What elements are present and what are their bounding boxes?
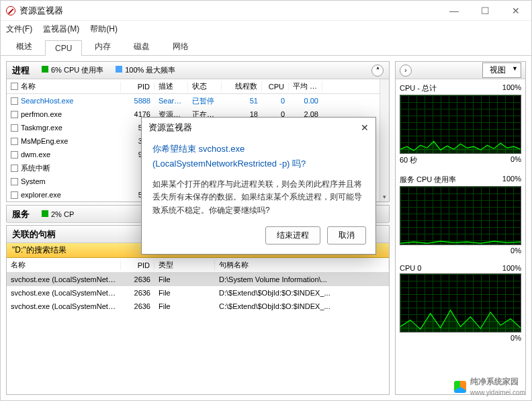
chart-block: CPU - 总计100%60 秒0% [396, 79, 525, 171]
handle-row[interactable]: svchost.exe (LocalSystemNetw...2636FileD… [7, 286, 389, 300]
dialog-question: 你希望结束 svchost.exe (LocalSystemNetworkRes… [152, 142, 365, 171]
maximize-button[interactable]: ☐ [475, 5, 495, 16]
dialog-message: 如果某个打开的程序与此进程关联，则会关闭此程序并且将丢失所有未保存的数据。如果结… [152, 178, 365, 217]
chart-title: CPU 0 [400, 264, 421, 272]
tabbar: 概述 CPU 内存 磁盘 网络 [1, 37, 531, 56]
handle-columns: 名称 PID 类型 句柄名称 [7, 258, 389, 273]
col-threads[interactable]: 线程数 [222, 81, 262, 91]
menu-monitor[interactable]: 监视器(M) [43, 24, 79, 35]
app-icon [6, 6, 15, 15]
processes-title: 进程 [12, 64, 30, 77]
chart-block: CPU 0100%0% [396, 260, 525, 347]
checkbox[interactable] [11, 111, 18, 118]
col-desc[interactable]: 描述 [154, 81, 188, 91]
services-title: 服务 [12, 208, 30, 220]
checkbox[interactable] [11, 97, 18, 105]
chevron-right-icon[interactable]: › [400, 64, 412, 77]
menu-help[interactable]: 帮助(H) [90, 24, 118, 35]
charts-container: CPU - 总计100%60 秒0%服务 CPU 使用率100%0%CPU 01… [396, 79, 525, 347]
menu-file[interactable]: 文件(F) [6, 24, 32, 35]
svc-cpu-indicator: 2% CP [42, 210, 74, 218]
confirm-dialog: 资源监视器 ✕ 你希望结束 svchost.exe (LocalSystemNe… [141, 117, 376, 255]
hcol-type[interactable]: 类型 [154, 260, 215, 270]
col-name[interactable]: 名称 [7, 81, 121, 91]
chart-sub-right: 0% [511, 155, 521, 165]
tab-cpu[interactable]: CPU [45, 40, 82, 56]
dialog-buttons: 结束进程 取消 [142, 226, 375, 254]
green-led-icon [42, 210, 48, 217]
checkbox[interactable] [11, 165, 18, 172]
tab-memory[interactable]: 内存 [85, 38, 121, 55]
menubar: 文件(F) 监视器(M) 帮助(H) [1, 21, 531, 37]
chart-title: CPU - 总计 [400, 83, 437, 93]
cancel-button[interactable]: 取消 [327, 226, 366, 244]
close-button[interactable]: ✕ [506, 5, 526, 16]
process-row[interactable]: SearchHost.exe5888Search...已暂停5100.00 [7, 94, 380, 107]
chart-sub-right: 0% [511, 247, 521, 255]
handle-row[interactable]: svchost.exe (LocalSystemNetw...2636FileC… [7, 300, 389, 313]
right-header: › 视图 [396, 62, 525, 79]
watermark-brand: 纯净系统家园 [470, 377, 519, 386]
tab-disk[interactable]: 磁盘 [124, 38, 160, 55]
green-led-icon [42, 66, 48, 73]
col-avg[interactable]: 平均 C... [289, 81, 322, 91]
handle-row[interactable]: svchost.exe (LocalSystemNetw...2636FileD… [7, 273, 389, 286]
minimize-button[interactable]: — [444, 5, 464, 16]
titlebar[interactable]: 资源监视器 — ☐ ✕ [1, 1, 531, 21]
col-pid[interactable]: PID [121, 83, 154, 91]
blue-led-icon [116, 66, 122, 73]
col-status[interactable]: 状态 [188, 81, 222, 91]
right-pane: › 视图 CPU - 总计100%60 秒0%服务 CPU 使用率100%0%C… [395, 61, 526, 395]
dialog-title: 资源监视器 [148, 122, 192, 134]
hcol-handle[interactable]: 句柄名称 [215, 260, 389, 270]
checkbox-all[interactable] [11, 83, 18, 90]
watermark: 纯净系统家园 www.yidaimei.com [454, 376, 525, 397]
max-freq-indicator: 100% 最大频率 [116, 65, 175, 75]
chart-sub-right: 0% [511, 334, 521, 342]
hcol-pid[interactable]: PID [121, 261, 154, 269]
proc-columns: 名称 PID 描述 状态 线程数 CPU 平均 C... [7, 79, 380, 94]
chart-block: 服务 CPU 使用率100%0% [396, 171, 525, 260]
tab-overview[interactable]: 概述 [6, 38, 42, 55]
chart-canvas [400, 95, 521, 154]
cpu-usage-indicator: 6% CPU 使用率 [42, 65, 103, 75]
handles-title: 关联的句柄 [12, 228, 56, 240]
dialog-body: 你希望结束 svchost.exe (LocalSystemNetworkRes… [142, 138, 375, 226]
checkbox[interactable] [11, 151, 18, 159]
chart-max: 100% [502, 175, 521, 185]
watermark-icon [454, 381, 466, 393]
col-cpu[interactable]: CPU [262, 83, 289, 91]
dialog-titlebar[interactable]: 资源监视器 ✕ [142, 118, 375, 138]
chart-canvas [400, 273, 521, 332]
chevron-up-icon[interactable]: ˄ [371, 64, 384, 77]
handle-list: svchost.exe (LocalSystemNetw...2636FileD… [7, 273, 389, 313]
checkbox[interactable] [11, 191, 18, 199]
tab-network[interactable]: 网络 [163, 38, 199, 55]
chart-sub-left: 60 秒 [400, 155, 417, 165]
checkbox[interactable] [11, 138, 18, 145]
chart-max: 100% [502, 264, 521, 272]
dialog-close-icon[interactable]: ✕ [361, 122, 369, 133]
checkbox[interactable] [11, 124, 18, 132]
processes-header[interactable]: 进程 6% CPU 使用率 100% 最大频率 ˄ [7, 62, 389, 79]
search-results-label: "D:"的搜索结果 [12, 244, 66, 256]
chart-canvas [400, 186, 521, 245]
window-controls: — ☐ ✕ [444, 5, 526, 16]
watermark-url: www.yidaimei.com [470, 389, 525, 396]
checkbox[interactable] [11, 178, 18, 185]
end-process-button[interactable]: 结束进程 [265, 226, 320, 244]
window-title: 资源监视器 [19, 5, 63, 17]
chart-max: 100% [502, 83, 521, 93]
hcol-name[interactable]: 名称 [7, 260, 121, 270]
chart-title: 服务 CPU 使用率 [400, 175, 456, 185]
scrollbar[interactable]: ▾ [380, 79, 389, 202]
view-dropdown[interactable]: 视图 [482, 62, 521, 78]
